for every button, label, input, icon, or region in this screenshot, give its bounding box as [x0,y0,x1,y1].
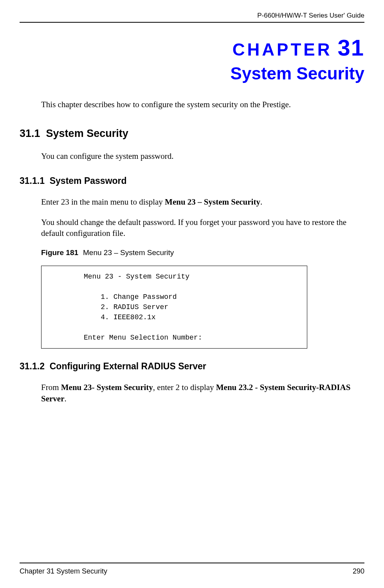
bottom-divider [20,563,364,563]
section-31-1-body: You can configure the system password. [41,151,364,162]
section-31-1-2-heading: 31.1.2 Configuring External RADIUS Serve… [20,361,364,372]
chapter-label: CHAPTER [233,40,332,59]
chapter-label-row: CHAPTER 31 [20,34,364,61]
figure-label: Figure 181 [41,248,78,257]
section-title: System Security [46,128,128,139]
figure-caption-text: Menu 23 – System Security [83,248,174,257]
figure-181-caption: Figure 181Menu 23 – System Security [41,248,364,257]
section-number: 31.1 [20,128,40,139]
para-text: From [41,383,61,392]
top-divider [20,22,364,23]
para-text: Enter 23 in the main menu to display [41,197,165,207]
header-guide-title: P-660H/HW/W-T Series User' Guide [20,12,364,22]
chapter-number: 31 [337,35,364,60]
section-31-1-heading: 31.1 System Security [20,128,364,140]
section-31-1-1-heading: 31.1.1 System Password [20,176,364,186]
chapter-intro-text: This chapter describes how to configure … [41,99,364,110]
footer-row: Chapter 31 System Security 290 [20,567,364,575]
section-31-1-1-para2: You should change the default password. … [41,217,364,239]
subsection-title: System Password [50,176,127,186]
figure-181-terminal: Menu 23 - System Security 1. Change Pass… [41,266,307,349]
para-bold: Menu 23- System Security [61,383,153,392]
para-text: . [64,394,66,403]
subsection-number: 31.1.1 [20,176,45,186]
chapter-title: System Security [20,64,364,83]
subsection-title: Configuring External RADIUS Server [50,361,206,371]
subsection-number: 31.1.2 [20,361,45,371]
para-text: , enter 2 to display [153,383,216,392]
footer-page-number: 290 [353,567,364,575]
section-31-1-2-para: From Menu 23- System Security, enter 2 t… [41,382,364,404]
page-footer: Chapter 31 System Security 290 [20,563,364,575]
para-bold: Menu 23 – System Security [165,197,260,207]
para-text: . [260,197,262,207]
section-31-1-1-para1: Enter 23 in the main menu to display Men… [41,196,364,207]
footer-chapter-ref: Chapter 31 System Security [20,567,107,575]
chapter-header-block: CHAPTER 31 System Security [20,34,364,83]
